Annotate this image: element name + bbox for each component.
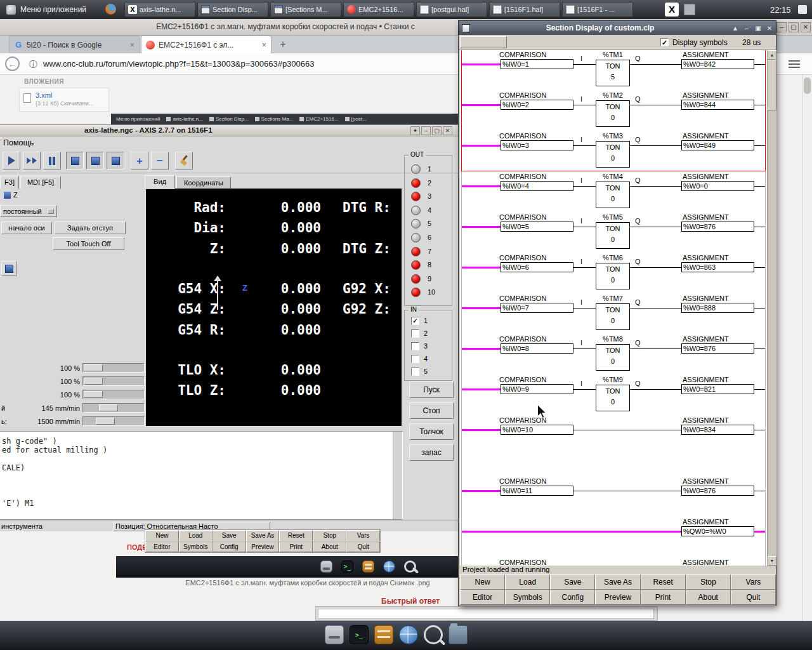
assignment-block[interactable]: %W0=844 — [681, 100, 754, 110]
quick-reply-link[interactable]: Быстрый ответ — [381, 597, 440, 606]
taskbar-window-button[interactable]: EMC2+1516... — [343, 2, 414, 17]
browser-close-button[interactable]: ✕ — [801, 22, 811, 32]
clp-button-reset[interactable]: Reset — [279, 530, 313, 541]
assignment-block[interactable]: %W0=849 — [681, 140, 754, 150]
clp-button-load[interactable]: Load — [505, 574, 550, 590]
clp-button-stop[interactable]: Stop — [686, 574, 731, 590]
section-display-titlebar[interactable]: Section Display of custom.clp ▲ – ▣ ✕ — [459, 21, 776, 35]
comparison-block[interactable]: %IW0=3 — [501, 140, 573, 150]
attachment-link[interactable]: 3.xml — [36, 91, 52, 99]
zoom-out-button[interactable]: − — [151, 152, 169, 169]
taskbar-window-button[interactable]: Xaxis-lathe.n... — [124, 2, 195, 17]
comparison-block[interactable]: %IW0=6 — [501, 262, 573, 272]
clp-button-quit[interactable]: Quit — [346, 541, 380, 553]
timer-block[interactable]: TON0 — [596, 344, 630, 371]
scrollbar-thumb[interactable] — [768, 60, 776, 110]
clp-button-vars[interactable]: Vars — [346, 530, 380, 541]
globe-icon[interactable] — [399, 625, 418, 644]
tab-close-icon[interactable]: × — [129, 40, 134, 50]
clp-button-about[interactable]: About — [313, 541, 346, 553]
window-maximize-button[interactable]: ▢ — [432, 126, 442, 135]
home-axis-button[interactable]: начало оси — [1, 222, 52, 234]
clp-button-preview[interactable]: Preview — [595, 590, 640, 605]
clp-button-config[interactable]: Config — [213, 541, 246, 553]
slider-thumb[interactable] — [84, 391, 103, 398]
timer-block[interactable]: TON0 — [596, 141, 630, 168]
set-offset-button[interactable]: Задать отступ — [55, 222, 126, 234]
in-checkbox[interactable] — [411, 355, 419, 363]
reserve-button[interactable]: запас — [409, 444, 454, 461]
browser-menu-icon[interactable] — [789, 60, 800, 70]
assignment-block[interactable]: %W0=821 — [681, 384, 754, 394]
timer-block[interactable]: TON0 — [596, 222, 630, 249]
small-tool-button[interactable] — [1, 261, 16, 276]
url-text[interactable]: www.cnc-club.ru/forum/viewtopic.php?f=15… — [43, 59, 315, 69]
step-button[interactable] — [23, 152, 41, 169]
tool-touch-off-button[interactable]: Tool Touch Off — [53, 237, 124, 250]
drive-icon[interactable] — [325, 625, 344, 644]
slider-thumb[interactable] — [84, 364, 103, 371]
clp-button-symbols[interactable]: Symbols — [179, 541, 213, 553]
window-pin-button[interactable]: ✦ — [410, 126, 420, 135]
taskbar-window-button[interactable]: [postgui.hal] — [416, 2, 487, 17]
new-tab-button[interactable]: + — [277, 38, 289, 51]
search-icon[interactable] — [424, 625, 443, 644]
in-checkbox[interactable] — [411, 368, 419, 376]
window-shade-button[interactable]: ▲ — [730, 25, 740, 32]
assignment-block[interactable]: %W0=863 — [681, 262, 754, 272]
timer-block[interactable]: TON0 — [596, 182, 630, 208]
folder-icon[interactable] — [449, 625, 468, 644]
window-close-button[interactable]: ✕ — [443, 126, 452, 135]
gcode-scrollbar[interactable] — [393, 432, 402, 519]
start-button[interactable]: Пуск — [409, 381, 454, 398]
browser-minimize-button[interactable]: – — [776, 22, 787, 32]
clp-button-quit[interactable]: Quit — [731, 590, 776, 605]
tray-square[interactable] — [684, 4, 695, 15]
clp-button-save[interactable]: Save — [550, 574, 595, 590]
pause-button[interactable] — [43, 152, 61, 169]
timer-block[interactable]: TON0 — [596, 263, 630, 289]
slider[interactable] — [82, 390, 145, 399]
clp-button-new[interactable]: New — [145, 530, 179, 541]
applications-menu[interactable]: Меню приложений — [1, 0, 91, 19]
comparison-block[interactable]: %IW0=11 — [501, 486, 573, 496]
slider[interactable] — [82, 376, 145, 386]
toggle-tool-button-3[interactable] — [107, 152, 124, 169]
slider-thumb[interactable] — [96, 418, 115, 425]
window-minimize-button[interactable]: – — [421, 126, 431, 135]
slider[interactable] — [82, 403, 145, 413]
scrollbar-thumb[interactable] — [804, 77, 811, 94]
clp-button-editor[interactable]: Editor — [145, 541, 179, 553]
scroll-down-button[interactable]: ▼ — [768, 556, 776, 566]
axis-titlebar[interactable]: axis-lathe.ngc - AXIS 2.7.7 on 1516F1 ✦ … — [0, 125, 459, 136]
taskbar-window-button[interactable]: [1516F1.hal] — [489, 2, 560, 17]
clp-button-print[interactable]: Print — [641, 590, 686, 605]
zoom-in-button[interactable]: + — [131, 152, 148, 169]
run-button[interactable] — [3, 152, 20, 169]
taskbar-window-button[interactable]: [Sections M... — [270, 2, 341, 17]
slider[interactable] — [82, 416, 145, 426]
clp-button-vars[interactable]: Vars — [731, 574, 776, 590]
files-icon[interactable] — [374, 625, 393, 644]
in-checkbox[interactable]: ✓ — [411, 317, 419, 325]
window-minimize-button[interactable]: – — [742, 25, 752, 32]
ladder-canvas[interactable]: COMPARISON%IW0=1%TM1IQTON5ASSIGNMENT%W0=… — [460, 50, 767, 566]
reply-input[interactable] — [318, 609, 654, 619]
taskbar-window-button[interactable]: Section Disp... — [197, 2, 268, 17]
assignment-block[interactable]: %W0=834 — [681, 425, 754, 435]
clp-button-save-as[interactable]: Save As — [595, 574, 640, 590]
assignment-block[interactable]: %W0=876 — [681, 486, 754, 496]
toggle-tool-button-2[interactable] — [86, 152, 104, 169]
terminal-icon[interactable]: >_ — [350, 625, 369, 644]
assignment-block[interactable]: %W0=888 — [681, 303, 754, 313]
firefox-icon[interactable] — [105, 4, 116, 15]
gcode-editor[interactable]: sh g-code" )ed for actual milling )CALE)… — [0, 431, 403, 520]
clp-button-editor[interactable]: Editor — [460, 590, 505, 605]
assignment-block[interactable]: %W0=876 — [681, 222, 754, 232]
assignment-block[interactable]: %W0=876 — [681, 343, 754, 354]
tab-preview[interactable]: Вид — [145, 175, 175, 189]
assignment-block[interactable]: %QW0=%W0 — [681, 526, 754, 536]
window-maximize-button[interactable]: ▣ — [753, 25, 763, 32]
slider-thumb[interactable] — [84, 378, 103, 385]
timer-block[interactable]: TON5 — [596, 60, 630, 86]
